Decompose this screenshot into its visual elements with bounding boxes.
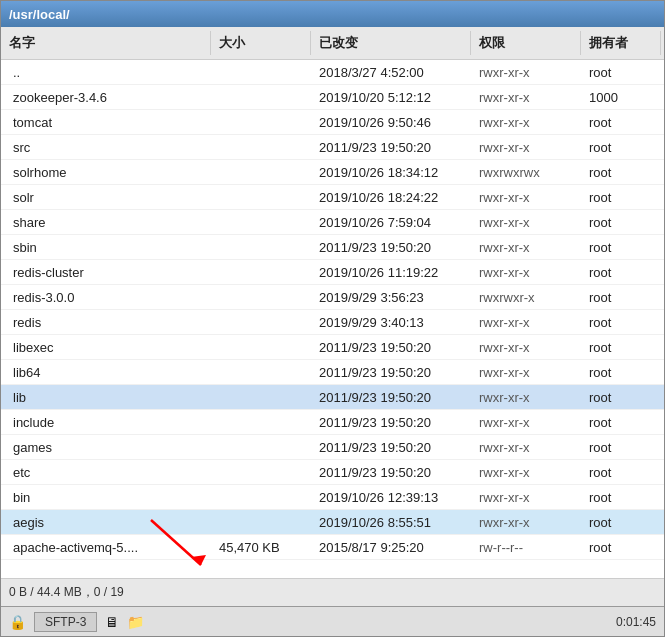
row-name-text: ..: [13, 65, 20, 80]
cell-size-14: [211, 420, 311, 424]
cell-size-12: [211, 370, 311, 374]
col-modified[interactable]: 已改变: [311, 31, 471, 55]
cell-owner-7: root: [581, 238, 661, 257]
cell-permissions-16: rwxr-xr-x: [471, 463, 581, 482]
row-name-text: lib64: [13, 365, 40, 380]
table-row[interactable]: redis-cluster2019/10/26 11:19:22rwxr-xr-…: [1, 260, 664, 285]
col-size[interactable]: 大小: [211, 31, 311, 55]
cell-size-11: [211, 345, 311, 349]
cell-name-11: libexec: [1, 338, 211, 357]
cell-owner-3: root: [581, 138, 661, 157]
table-row[interactable]: lib2011/9/23 19:50:20rwxr-xr-xroot: [1, 385, 664, 410]
cell-name-7: sbin: [1, 238, 211, 257]
cell-size-8: [211, 270, 311, 274]
cell-owner-5: root: [581, 188, 661, 207]
cell-permissions-5: rwxr-xr-x: [471, 188, 581, 207]
cell-size-3: [211, 145, 311, 149]
cell-name-13: lib: [1, 388, 211, 407]
table-row[interactable]: etc2011/9/23 19:50:20rwxr-xr-xroot: [1, 460, 664, 485]
cell-name-17: bin: [1, 488, 211, 507]
table-row[interactable]: A apache-activemq-5....45,470 KB2015/8/1…: [1, 535, 664, 560]
cell-modified-15: 2011/9/23 19:50:20: [311, 438, 471, 457]
cell-permissions-14: rwxr-xr-x: [471, 413, 581, 432]
taskbar-time: 0:01:45: [616, 615, 656, 629]
cell-size-6: [211, 220, 311, 224]
cell-modified-10: 2019/9/29 3:40:13: [311, 313, 471, 332]
cell-modified-17: 2019/10/26 12:39:13: [311, 488, 471, 507]
cell-modified-14: 2011/9/23 19:50:20: [311, 413, 471, 432]
table-row[interactable]: redis2019/9/29 3:40:13rwxr-xr-xroot: [1, 310, 664, 335]
cell-owner-10: root: [581, 313, 661, 332]
cell-permissions-0: rwxr-xr-x: [471, 63, 581, 82]
cell-owner-6: root: [581, 213, 661, 232]
cell-name-5: solr: [1, 188, 211, 207]
cell-name-19: A apache-activemq-5....: [1, 538, 211, 557]
table-row[interactable]: aegis2019/10/26 8:55:51rwxr-xr-xroot: [1, 510, 664, 535]
row-name-text: tomcat: [13, 115, 52, 130]
row-name-text: redis-3.0.0: [13, 290, 74, 305]
row-name-text: bin: [13, 490, 30, 505]
cell-permissions-19: rw-r--r--: [471, 538, 581, 557]
cell-permissions-11: rwxr-xr-x: [471, 338, 581, 357]
cell-owner-8: root: [581, 263, 661, 282]
table-row[interactable]: sbin2011/9/23 19:50:20rwxr-xr-xroot: [1, 235, 664, 260]
table-row[interactable]: share2019/10/26 7:59:04rwxr-xr-xroot: [1, 210, 664, 235]
table-row[interactable]: include2011/9/23 19:50:20rwxr-xr-xroot: [1, 410, 664, 435]
cell-owner-9: root: [581, 288, 661, 307]
cell-owner-19: root: [581, 538, 661, 557]
taskbar: 🔒 SFTP-3 🖥 📁 0:01:45: [1, 606, 664, 636]
status-bar: 0 B / 44.4 MB，0 / 19: [1, 578, 664, 606]
table-row[interactable]: src2011/9/23 19:50:20rwxr-xr-xroot: [1, 135, 664, 160]
col-owner[interactable]: 拥有者: [581, 31, 661, 55]
cell-name-1: zookeeper-3.4.6: [1, 88, 211, 107]
table-row[interactable]: solrhome2019/10/26 18:34:12rwxrwxrwxroot: [1, 160, 664, 185]
table-row[interactable]: tomcat2019/10/26 9:50:46rwxr-xr-xroot: [1, 110, 664, 135]
cell-name-18: aegis: [1, 513, 211, 532]
table-row[interactable]: libexec2011/9/23 19:50:20rwxr-xr-xroot: [1, 335, 664, 360]
status-text: 0 B / 44.4 MB，0 / 19: [9, 584, 124, 601]
row-name-text: sbin: [13, 240, 37, 255]
sftp-label[interactable]: SFTP-3: [34, 612, 97, 632]
table-row[interactable]: redis-3.0.02019/9/29 3:56:23rwxrwxr-xroo…: [1, 285, 664, 310]
cell-permissions-18: rwxr-xr-x: [471, 513, 581, 532]
cell-name-16: etc: [1, 463, 211, 482]
cell-owner-12: root: [581, 363, 661, 382]
row-name-text: etc: [13, 465, 30, 480]
content-area: 名字 大小 已改变 权限 拥有者 ..2018/3/27 4:52:00rwxr…: [1, 27, 664, 578]
cell-size-17: [211, 495, 311, 499]
cell-owner-16: root: [581, 463, 661, 482]
row-name-text: games: [13, 440, 52, 455]
cell-permissions-17: rwxr-xr-x: [471, 488, 581, 507]
cell-permissions-13: rwxr-xr-x: [471, 388, 581, 407]
cell-size-7: [211, 245, 311, 249]
col-name[interactable]: 名字: [1, 31, 211, 55]
row-name-text: lib: [13, 390, 26, 405]
table-header: 名字 大小 已改变 权限 拥有者: [1, 27, 664, 60]
cell-owner-1: 1000: [581, 88, 661, 107]
cell-size-19: 45,470 KB: [211, 538, 311, 557]
cell-owner-15: root: [581, 438, 661, 457]
table-row[interactable]: solr2019/10/26 18:24:22rwxr-xr-xroot: [1, 185, 664, 210]
cell-modified-1: 2019/10/20 5:12:12: [311, 88, 471, 107]
lock-icon: 🔒: [9, 614, 26, 630]
cell-modified-18: 2019/10/26 8:55:51: [311, 513, 471, 532]
col-permissions[interactable]: 权限: [471, 31, 581, 55]
row-name-text: redis-cluster: [13, 265, 84, 280]
cell-modified-13: 2011/9/23 19:50:20: [311, 388, 471, 407]
table-row[interactable]: games2011/9/23 19:50:20rwxr-xr-xroot: [1, 435, 664, 460]
cell-modified-3: 2011/9/23 19:50:20: [311, 138, 471, 157]
table-row[interactable]: ..2018/3/27 4:52:00rwxr-xr-xroot: [1, 60, 664, 85]
cell-name-15: games: [1, 438, 211, 457]
cell-modified-4: 2019/10/26 18:34:12: [311, 163, 471, 182]
cell-name-3: src: [1, 138, 211, 157]
table-row[interactable]: bin2019/10/26 12:39:13rwxr-xr-xroot: [1, 485, 664, 510]
table-row[interactable]: zookeeper-3.4.62019/10/20 5:12:12rwxr-xr…: [1, 85, 664, 110]
cell-name-8: redis-cluster: [1, 263, 211, 282]
cell-permissions-1: rwxr-xr-x: [471, 88, 581, 107]
table-row[interactable]: lib642011/9/23 19:50:20rwxr-xr-xroot: [1, 360, 664, 385]
cell-name-14: include: [1, 413, 211, 432]
cell-permissions-2: rwxr-xr-x: [471, 113, 581, 132]
row-name-text: libexec: [13, 340, 53, 355]
cell-size-2: [211, 120, 311, 124]
table-body[interactable]: ..2018/3/27 4:52:00rwxr-xr-xroot zookeep…: [1, 60, 664, 578]
